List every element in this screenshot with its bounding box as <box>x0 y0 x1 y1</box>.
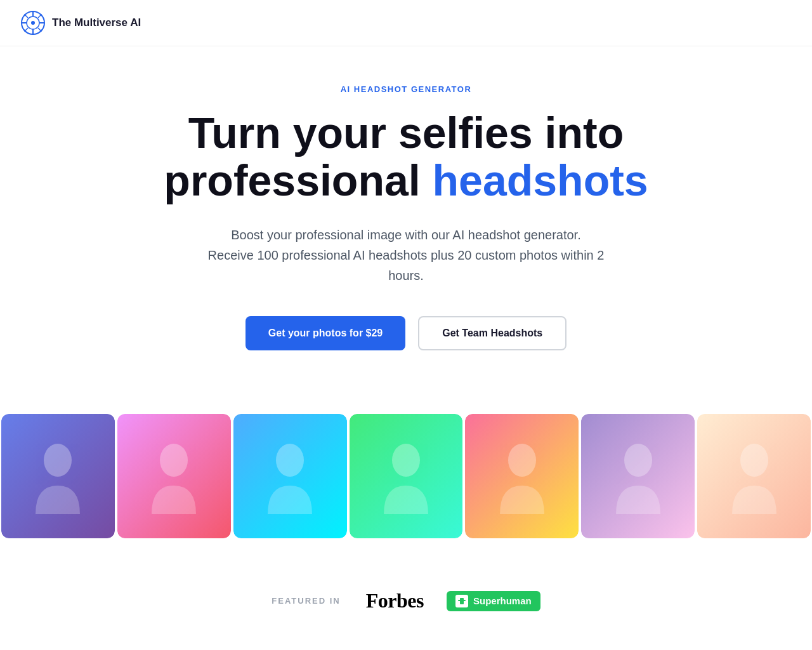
cta-primary-button[interactable]: Get your photos for $29 <box>246 316 405 350</box>
superhuman-text: Superhuman <box>473 595 532 606</box>
svg-rect-19 <box>460 598 464 604</box>
svg-line-9 <box>38 15 42 18</box>
superhuman-icon-svg <box>457 597 466 606</box>
navbar: The Multiverse AI <box>0 0 812 46</box>
gallery-item <box>117 414 231 539</box>
superhuman-icon <box>455 595 468 607</box>
gallery-item <box>697 414 811 539</box>
gallery-item <box>581 414 695 539</box>
featured-in-section: FEATURED IN Forbes Superhuman <box>0 576 812 650</box>
brand-name: The Multiverse AI <box>52 17 141 29</box>
svg-point-11 <box>44 444 72 477</box>
featured-logos-group: Forbes Superhuman <box>366 589 540 613</box>
gallery-item <box>465 414 579 539</box>
person-silhouette <box>265 438 315 514</box>
svg-point-2 <box>31 21 35 25</box>
eyebrow-label: AI HEADSHOT GENERATOR <box>341 84 472 94</box>
hero-section: AI HEADSHOT GENERATOR Turn your selfies … <box>0 46 812 414</box>
svg-line-7 <box>25 15 29 18</box>
svg-point-14 <box>392 444 420 477</box>
svg-point-12 <box>160 444 188 477</box>
headline-part1: Turn your selfies into <box>188 109 624 157</box>
logo-link[interactable]: The Multiverse AI <box>20 10 141 36</box>
superhuman-logo: Superhuman <box>447 591 540 611</box>
gallery-item <box>1 414 115 539</box>
forbes-logo: Forbes <box>366 589 424 613</box>
brand-logo-icon <box>20 10 46 36</box>
person-silhouette <box>32 438 83 514</box>
svg-point-16 <box>624 444 652 477</box>
subheadline-line1: Boost your professional image with our A… <box>190 225 622 245</box>
person-silhouette <box>729 438 780 514</box>
headline-highlight: headshots <box>433 156 648 204</box>
headshot-gallery <box>0 414 812 539</box>
subheadline-line2: Receive 100 professional AI headshots pl… <box>190 245 622 286</box>
person-silhouette <box>381 438 431 514</box>
svg-line-10 <box>25 28 29 32</box>
person-silhouette <box>148 438 199 514</box>
subheadline: Boost your professional image with our A… <box>190 225 622 286</box>
gallery-item <box>350 414 463 539</box>
person-silhouette <box>613 438 664 514</box>
cta-secondary-button[interactable]: Get Team Headshots <box>418 316 566 350</box>
svg-line-8 <box>38 28 42 32</box>
headline-part2: professional <box>164 156 432 204</box>
svg-point-13 <box>276 444 304 477</box>
featured-in-label: FEATURED IN <box>272 596 340 606</box>
cta-button-group: Get your photos for $29 Get Team Headsho… <box>246 316 566 350</box>
svg-point-17 <box>740 444 768 477</box>
gallery-item <box>233 414 347 539</box>
svg-point-15 <box>508 444 536 477</box>
person-silhouette <box>497 438 547 514</box>
main-headline: Turn your selfies into professional head… <box>164 109 648 204</box>
